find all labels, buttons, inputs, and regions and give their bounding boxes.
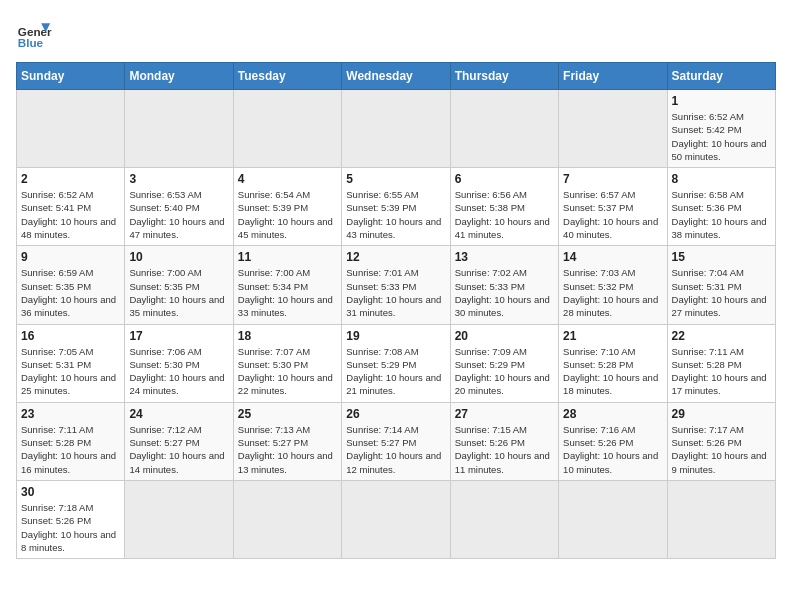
day-info: Sunrise: 6:59 AMSunset: 5:35 PMDaylight:… — [21, 266, 120, 319]
day-number: 9 — [21, 250, 120, 264]
calendar-cell: 15Sunrise: 7:04 AMSunset: 5:31 PMDayligh… — [667, 246, 775, 324]
weekday-header-friday: Friday — [559, 63, 667, 90]
calendar-cell: 4Sunrise: 6:54 AMSunset: 5:39 PMDaylight… — [233, 168, 341, 246]
day-number: 28 — [563, 407, 662, 421]
sunset-text: Sunset: 5:26 PM — [21, 514, 120, 527]
sunrise-text: Sunrise: 7:09 AM — [455, 345, 554, 358]
calendar-cell: 29Sunrise: 7:17 AMSunset: 5:26 PMDayligh… — [667, 402, 775, 480]
day-info: Sunrise: 7:00 AMSunset: 5:34 PMDaylight:… — [238, 266, 337, 319]
calendar-cell: 2Sunrise: 6:52 AMSunset: 5:41 PMDaylight… — [17, 168, 125, 246]
sunrise-text: Sunrise: 7:07 AM — [238, 345, 337, 358]
day-info: Sunrise: 7:05 AMSunset: 5:31 PMDaylight:… — [21, 345, 120, 398]
sunrise-text: Sunrise: 6:55 AM — [346, 188, 445, 201]
daylight-text: Daylight: 10 hours and 8 minutes. — [21, 528, 120, 555]
sunrise-text: Sunrise: 7:05 AM — [21, 345, 120, 358]
weekday-header-sunday: Sunday — [17, 63, 125, 90]
logo: General Blue — [16, 16, 52, 52]
day-info: Sunrise: 7:01 AMSunset: 5:33 PMDaylight:… — [346, 266, 445, 319]
sunrise-text: Sunrise: 7:12 AM — [129, 423, 228, 436]
sunset-text: Sunset: 5:29 PM — [455, 358, 554, 371]
sunset-text: Sunset: 5:31 PM — [21, 358, 120, 371]
sunrise-text: Sunrise: 7:06 AM — [129, 345, 228, 358]
calendar-cell — [233, 90, 341, 168]
day-info: Sunrise: 7:02 AMSunset: 5:33 PMDaylight:… — [455, 266, 554, 319]
sunset-text: Sunset: 5:42 PM — [672, 123, 771, 136]
sunrise-text: Sunrise: 6:52 AM — [672, 110, 771, 123]
day-number: 17 — [129, 329, 228, 343]
sunrise-text: Sunrise: 7:03 AM — [563, 266, 662, 279]
sunset-text: Sunset: 5:31 PM — [672, 280, 771, 293]
day-info: Sunrise: 6:56 AMSunset: 5:38 PMDaylight:… — [455, 188, 554, 241]
daylight-text: Daylight: 10 hours and 17 minutes. — [672, 371, 771, 398]
sunrise-text: Sunrise: 7:00 AM — [238, 266, 337, 279]
day-number: 8 — [672, 172, 771, 186]
day-number: 29 — [672, 407, 771, 421]
sunset-text: Sunset: 5:27 PM — [129, 436, 228, 449]
calendar-cell: 30Sunrise: 7:18 AMSunset: 5:26 PMDayligh… — [17, 480, 125, 558]
sunset-text: Sunset: 5:28 PM — [21, 436, 120, 449]
day-info: Sunrise: 6:53 AMSunset: 5:40 PMDaylight:… — [129, 188, 228, 241]
sunset-text: Sunset: 5:33 PM — [455, 280, 554, 293]
sunrise-text: Sunrise: 7:11 AM — [672, 345, 771, 358]
calendar-cell — [342, 480, 450, 558]
calendar-cell — [342, 90, 450, 168]
sunset-text: Sunset: 5:39 PM — [346, 201, 445, 214]
daylight-text: Daylight: 10 hours and 40 minutes. — [563, 215, 662, 242]
calendar-cell: 1Sunrise: 6:52 AMSunset: 5:42 PMDaylight… — [667, 90, 775, 168]
weekday-header-wednesday: Wednesday — [342, 63, 450, 90]
daylight-text: Daylight: 10 hours and 27 minutes. — [672, 293, 771, 320]
daylight-text: Daylight: 10 hours and 48 minutes. — [21, 215, 120, 242]
calendar-cell: 24Sunrise: 7:12 AMSunset: 5:27 PMDayligh… — [125, 402, 233, 480]
daylight-text: Daylight: 10 hours and 16 minutes. — [21, 449, 120, 476]
daylight-text: Daylight: 10 hours and 9 minutes. — [672, 449, 771, 476]
daylight-text: Daylight: 10 hours and 41 minutes. — [455, 215, 554, 242]
day-info: Sunrise: 6:54 AMSunset: 5:39 PMDaylight:… — [238, 188, 337, 241]
sunrise-text: Sunrise: 7:10 AM — [563, 345, 662, 358]
sunrise-text: Sunrise: 7:15 AM — [455, 423, 554, 436]
day-info: Sunrise: 6:57 AMSunset: 5:37 PMDaylight:… — [563, 188, 662, 241]
sunset-text: Sunset: 5:30 PM — [129, 358, 228, 371]
day-number: 6 — [455, 172, 554, 186]
day-number: 13 — [455, 250, 554, 264]
daylight-text: Daylight: 10 hours and 12 minutes. — [346, 449, 445, 476]
day-info: Sunrise: 7:07 AMSunset: 5:30 PMDaylight:… — [238, 345, 337, 398]
sunset-text: Sunset: 5:28 PM — [672, 358, 771, 371]
daylight-text: Daylight: 10 hours and 36 minutes. — [21, 293, 120, 320]
sunrise-text: Sunrise: 7:14 AM — [346, 423, 445, 436]
day-number: 18 — [238, 329, 337, 343]
calendar-cell — [450, 480, 558, 558]
calendar-cell: 18Sunrise: 7:07 AMSunset: 5:30 PMDayligh… — [233, 324, 341, 402]
calendar-cell — [559, 90, 667, 168]
day-info: Sunrise: 7:06 AMSunset: 5:30 PMDaylight:… — [129, 345, 228, 398]
weekday-header-saturday: Saturday — [667, 63, 775, 90]
calendar-cell: 5Sunrise: 6:55 AMSunset: 5:39 PMDaylight… — [342, 168, 450, 246]
day-info: Sunrise: 7:11 AMSunset: 5:28 PMDaylight:… — [672, 345, 771, 398]
sunrise-text: Sunrise: 7:17 AM — [672, 423, 771, 436]
day-number: 3 — [129, 172, 228, 186]
day-number: 30 — [21, 485, 120, 499]
daylight-text: Daylight: 10 hours and 35 minutes. — [129, 293, 228, 320]
calendar-cell: 25Sunrise: 7:13 AMSunset: 5:27 PMDayligh… — [233, 402, 341, 480]
daylight-text: Daylight: 10 hours and 24 minutes. — [129, 371, 228, 398]
daylight-text: Daylight: 10 hours and 11 minutes. — [455, 449, 554, 476]
calendar-cell: 21Sunrise: 7:10 AMSunset: 5:28 PMDayligh… — [559, 324, 667, 402]
sunset-text: Sunset: 5:30 PM — [238, 358, 337, 371]
day-number: 26 — [346, 407, 445, 421]
daylight-text: Daylight: 10 hours and 38 minutes. — [672, 215, 771, 242]
sunrise-text: Sunrise: 6:56 AM — [455, 188, 554, 201]
calendar-cell: 26Sunrise: 7:14 AMSunset: 5:27 PMDayligh… — [342, 402, 450, 480]
sunset-text: Sunset: 5:33 PM — [346, 280, 445, 293]
daylight-text: Daylight: 10 hours and 13 minutes. — [238, 449, 337, 476]
calendar-cell: 11Sunrise: 7:00 AMSunset: 5:34 PMDayligh… — [233, 246, 341, 324]
calendar-cell: 10Sunrise: 7:00 AMSunset: 5:35 PMDayligh… — [125, 246, 233, 324]
sunrise-text: Sunrise: 6:53 AM — [129, 188, 228, 201]
day-info: Sunrise: 7:16 AMSunset: 5:26 PMDaylight:… — [563, 423, 662, 476]
sunset-text: Sunset: 5:32 PM — [563, 280, 662, 293]
day-info: Sunrise: 7:09 AMSunset: 5:29 PMDaylight:… — [455, 345, 554, 398]
calendar-cell — [450, 90, 558, 168]
daylight-text: Daylight: 10 hours and 50 minutes. — [672, 137, 771, 164]
calendar-cell: 3Sunrise: 6:53 AMSunset: 5:40 PMDaylight… — [125, 168, 233, 246]
calendar-cell: 9Sunrise: 6:59 AMSunset: 5:35 PMDaylight… — [17, 246, 125, 324]
sunset-text: Sunset: 5:29 PM — [346, 358, 445, 371]
calendar-cell: 6Sunrise: 6:56 AMSunset: 5:38 PMDaylight… — [450, 168, 558, 246]
